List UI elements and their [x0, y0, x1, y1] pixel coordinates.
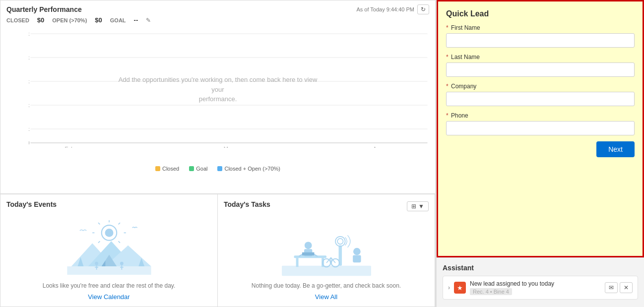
assistant-item-text: New lead assigned to you today: [470, 280, 601, 287]
view-all-link[interactable]: View All: [315, 293, 337, 301]
legend-goal-dot: [189, 166, 194, 171]
phone-group: * Phone: [446, 112, 635, 135]
svg-line-21: [118, 241, 120, 243]
svg-line-24: [98, 241, 100, 243]
last-name-group: * Last Name: [446, 54, 635, 77]
svg-text:Mar.: Mar.: [224, 146, 234, 148]
svg-text:400k: 400k: [29, 55, 30, 61]
chart-empty-message: Add the opportunities you're working on,…: [114, 75, 322, 104]
dismiss-button[interactable]: ✕: [620, 282, 633, 293]
chart-legend: Closed Goal Closed + Open (>70%): [6, 166, 429, 175]
refresh-icon: ↻: [421, 6, 426, 13]
assistant-item-content: New lead assigned to you today Rec. 4 • …: [470, 280, 601, 295]
stats-row: CLOSED $0 OPEN (>70%) $0 GOAL -- ✎: [6, 16, 429, 24]
svg-text:300k: 300k: [29, 78, 30, 84]
quarterly-title: Quarterly Performance: [6, 5, 82, 13]
company-required: *: [446, 83, 449, 90]
assistant-item-sub: Rec. 4 • Bine 4: [470, 288, 512, 295]
svg-line-22: [98, 223, 100, 224]
svg-text:500k: 500k: [29, 31, 30, 37]
tasks-svg: [282, 222, 371, 277]
assistant-item-actions: ✉ ✕: [605, 282, 633, 293]
assistant-title: Assistant: [443, 264, 638, 272]
goal-value: --: [134, 16, 138, 24]
star-badge: ★: [454, 282, 466, 294]
svg-rect-32: [67, 266, 151, 275]
last-name-label: * Last Name: [446, 54, 635, 61]
tasks-panel: Today's Tasks ⊞ ▼: [218, 194, 435, 307]
svg-point-49: [335, 236, 345, 246]
first-name-required: *: [446, 24, 449, 31]
quarterly-performance-section: Quarterly Performance As of Today 9:44:4…: [0, 0, 435, 194]
svg-text:Feb.: Feb.: [64, 146, 75, 148]
legend-goal: Goal: [189, 166, 207, 172]
next-button[interactable]: Next: [596, 141, 635, 157]
company-group: * Company: [446, 83, 635, 106]
tasks-message: Nothing due today. Be a go-getter, and c…: [252, 282, 401, 289]
svg-text:200k: 200k: [29, 102, 30, 108]
company-label: * Company: [446, 83, 635, 90]
svg-rect-47: [302, 252, 314, 255]
assistant-section: Assistant › ★ New lead assigned to you t…: [437, 257, 644, 307]
tasks-title: Today's Tasks: [224, 200, 270, 208]
closed-label: CLOSED: [6, 17, 29, 23]
expand-chevron-icon[interactable]: ›: [448, 284, 450, 291]
legend-closed-open-dot: [217, 166, 222, 171]
timestamp-area: As of Today 9:44:40 PM ↻: [356, 4, 429, 14]
mail-button[interactable]: ✉: [605, 282, 618, 293]
tasks-header: Today's Tasks ⊞ ▼: [224, 200, 429, 212]
svg-point-51: [353, 247, 361, 255]
form-actions: Next: [446, 141, 635, 157]
chart-area: 500k 400k 300k 200k 100k 0 Feb. Mar. Apr…: [6, 27, 429, 166]
legend-goal-label: Goal: [196, 166, 207, 172]
events-message: Looks like you're free and clear the res…: [43, 282, 176, 289]
right-panel: Quick Lead * First Name * Last Name * Co…: [436, 0, 644, 307]
edit-goal-icon[interactable]: ✎: [146, 17, 151, 24]
svg-point-43: [304, 242, 312, 249]
events-svg: [64, 220, 154, 275]
first-name-input[interactable]: [446, 33, 635, 48]
legend-closed: Closed: [155, 166, 179, 172]
open-label: OPEN (>70%): [52, 17, 87, 23]
svg-rect-52: [353, 255, 361, 262]
legend-closed-open-label: Closed + Open (>70%): [224, 166, 280, 172]
phone-label: * Phone: [446, 112, 635, 119]
svg-text:0: 0: [29, 140, 30, 146]
svg-point-50: [337, 238, 343, 244]
first-name-label: * First Name: [446, 24, 635, 31]
open-value: $0: [95, 16, 102, 24]
quick-lead-section: Quick Lead * First Name * Last Name * Co…: [437, 0, 644, 257]
view-calendar-link[interactable]: View Calendar: [88, 293, 129, 301]
events-title: Today's Events: [6, 200, 57, 208]
assistant-item: › ★ New lead assigned to you today Rec. …: [443, 276, 638, 300]
filter-button[interactable]: ⊞ ▼: [407, 201, 429, 211]
events-panel: Today's Events: [0, 194, 218, 307]
phone-input[interactable]: [446, 121, 635, 135]
tasks-illustration: [282, 216, 371, 282]
first-name-group: * First Name: [446, 24, 635, 48]
legend-closed-open: Closed + Open (>70%): [217, 166, 280, 172]
filter-dropdown-icon: ▼: [418, 203, 424, 210]
filter-icon: ⊞: [411, 203, 416, 210]
svg-line-19: [118, 223, 120, 224]
goal-label: GOAL: [110, 17, 126, 23]
last-name-required: *: [446, 54, 449, 61]
phone-required: *: [446, 112, 449, 119]
svg-point-33: [95, 261, 98, 265]
svg-rect-41: [296, 258, 298, 267]
svg-text:100k: 100k: [29, 126, 30, 132]
mail-icon: ✉: [609, 284, 614, 291]
legend-closed-dot: [155, 166, 160, 171]
events-illustration: [64, 212, 154, 282]
refresh-button[interactable]: ↻: [417, 4, 429, 14]
legend-closed-label: Closed: [162, 166, 179, 172]
company-input[interactable]: [446, 92, 635, 106]
svg-point-17: [105, 228, 113, 237]
svg-point-36: [120, 261, 124, 265]
close-icon: ✕: [624, 284, 629, 291]
closed-value: $0: [37, 16, 44, 24]
quick-lead-title: Quick Lead: [446, 9, 635, 18]
timestamp-text: As of Today 9:44:40 PM: [356, 6, 414, 12]
last-name-input[interactable]: [446, 62, 635, 77]
svg-text:Apr.: Apr.: [373, 146, 383, 148]
